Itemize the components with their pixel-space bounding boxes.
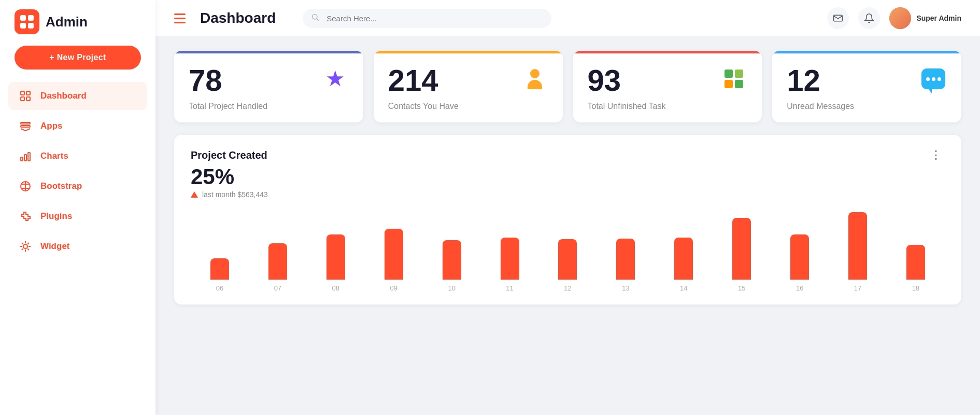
stat-number-projects: 78	[189, 65, 222, 95]
sidebar-bootstrap-label: Bootstrap	[40, 181, 82, 191]
bar-label: 07	[274, 284, 281, 292]
bar-group: 11	[481, 211, 539, 280]
page-title: Dashboard	[200, 10, 276, 26]
bar-label: 17	[854, 284, 861, 292]
chat-icon	[920, 65, 947, 92]
widget-icon	[19, 240, 32, 253]
stat-card-contacts: 214 Contacts You Have	[374, 51, 563, 122]
sidebar: Admin + New Project Dashboard	[0, 0, 155, 415]
sidebar-item-charts[interactable]: Charts	[8, 142, 147, 170]
menu-bar-1	[174, 13, 186, 15]
person-body	[528, 80, 542, 89]
card-bar-projects	[174, 51, 363, 53]
star-icon: ★	[322, 65, 349, 92]
grid-svg	[725, 70, 743, 88]
search-input[interactable]	[303, 9, 551, 28]
card-bar-messages	[772, 51, 961, 53]
menu-bar-2	[174, 18, 186, 19]
stat-card-projects: 78 ★ Total Project Handled	[174, 51, 363, 122]
svg-point-17	[23, 244, 27, 248]
svg-line-19	[317, 19, 319, 21]
bar-label: 11	[506, 284, 513, 292]
svg-rect-2	[20, 23, 26, 29]
logo-text: Admin	[46, 14, 88, 30]
chart-section: Project Created ⋮ 25% last month $563,44…	[174, 135, 961, 305]
sidebar-item-widget[interactable]: Widget	[8, 232, 147, 260]
bar-group: 18	[887, 211, 945, 280]
bar-group: 16	[771, 211, 829, 280]
svg-rect-1	[28, 15, 34, 21]
person-head	[530, 69, 539, 78]
stat-card-top-projects: 78 ★	[189, 65, 349, 95]
bar-label: 10	[448, 284, 455, 292]
svg-rect-8	[21, 122, 30, 124]
stat-number-tasks: 93	[588, 65, 621, 95]
bar-label: 08	[332, 284, 339, 292]
bar-group: 07	[249, 211, 307, 280]
svg-rect-0	[20, 15, 26, 21]
sidebar-logo: Admin	[0, 0, 155, 40]
avatar-image	[889, 7, 911, 29]
sidebar-item-plugins[interactable]: Plugins	[8, 202, 147, 230]
chart-more-button[interactable]: ⋮	[928, 149, 945, 161]
svg-rect-11	[24, 155, 26, 161]
stat-label-messages: Unread Messages	[787, 102, 947, 111]
bootstrap-icon	[19, 179, 32, 193]
bar-column	[268, 243, 287, 280]
chat-tail	[928, 88, 932, 93]
avatar	[889, 7, 911, 29]
grid-task-icon	[720, 65, 747, 92]
stat-label-contacts: Contacts You Have	[388, 102, 548, 111]
bar-label: 12	[564, 284, 571, 292]
bar-chart: 06070809101112131415161718	[191, 211, 945, 294]
bar-column	[906, 245, 925, 280]
apps-icon	[19, 119, 32, 133]
chat-dot	[932, 77, 935, 81]
stat-number-messages: 12	[787, 65, 820, 95]
chat-dot	[938, 77, 941, 81]
bar-label: 09	[390, 284, 397, 292]
grid-cell	[725, 70, 733, 78]
bar-column	[616, 239, 635, 280]
chart-title: Project Created	[191, 149, 267, 161]
sidebar-charts-label: Charts	[40, 151, 68, 161]
charts-icon	[19, 149, 32, 163]
stat-label-tasks: Total Unfinished Task	[588, 102, 748, 111]
bar-column	[210, 258, 229, 280]
sidebar-item-apps[interactable]: Apps	[8, 112, 147, 140]
stat-card-tasks: 93 Tota	[573, 51, 762, 122]
svg-rect-4	[21, 91, 24, 95]
bar-group: 13	[596, 211, 655, 280]
new-project-button[interactable]: + New Project	[15, 46, 141, 70]
bar-group: 10	[423, 211, 481, 280]
stat-card-messages: 12 Unread Messages	[772, 51, 961, 122]
svg-rect-12	[28, 153, 30, 161]
chat-svg	[921, 68, 945, 89]
search-icon	[311, 13, 319, 23]
sidebar-plugins-label: Plugins	[40, 211, 72, 222]
bar-group: 17	[829, 211, 887, 280]
bar-group: 12	[539, 211, 597, 280]
stat-number-contacts: 214	[388, 65, 438, 95]
sidebar-widget-label: Widget	[40, 241, 70, 252]
notification-button[interactable]	[858, 7, 880, 29]
bar-column	[443, 240, 461, 280]
sidebar-item-bootstrap[interactable]: Bootstrap	[8, 172, 147, 200]
grid-cell	[735, 80, 743, 88]
header: Dashboard	[155, 0, 980, 36]
svg-rect-7	[26, 97, 30, 101]
menu-bar-3	[174, 22, 186, 23]
sidebar-item-dashboard[interactable]: Dashboard	[8, 82, 147, 110]
card-bar-contacts	[374, 51, 563, 53]
search-bar	[303, 9, 551, 28]
bar-label: 18	[912, 284, 919, 292]
user-role-label: Super Admin	[916, 14, 961, 22]
bar-group: 08	[307, 211, 365, 280]
person-icon	[521, 65, 548, 92]
bar-group: 15	[713, 211, 771, 280]
logo-icon	[15, 9, 39, 34]
user-avatar-section[interactable]: Super Admin	[889, 7, 961, 29]
email-button[interactable]	[827, 7, 849, 29]
menu-toggle-button[interactable]	[174, 13, 186, 23]
stat-label-projects: Total Project Handled	[189, 102, 349, 111]
